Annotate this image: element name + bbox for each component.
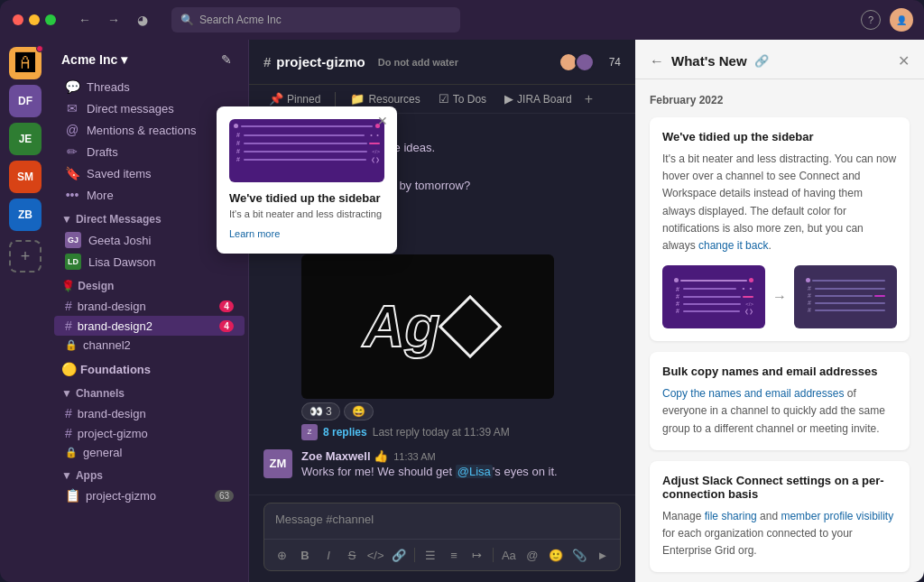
reaction-smile[interactable]: 😄 — [344, 402, 374, 420]
main-layout: 🅰 DF JE SM ZB + Acme Inc ▾ ✎ 💬 Threads ✉ — [0, 0, 924, 582]
add-toolbar-button[interactable]: + — [585, 91, 593, 107]
lock-icon-2: 🔒 — [65, 447, 78, 458]
resources-button[interactable]: 📁 Resources — [345, 90, 425, 107]
workspace-icon-acme[interactable]: 🅰 — [9, 47, 42, 79]
tooltip-close-button[interactable]: ✕ — [377, 114, 388, 128]
message-input[interactable] — [264, 503, 620, 535]
attach-button[interactable]: 📎 — [569, 543, 589, 567]
message-4: ZM Zoe Maxwell 👍 11:33 AM Works for me! … — [263, 446, 621, 485]
wn-content: February 2022 We've tidied up the sideba… — [635, 79, 924, 582]
wn-close-button[interactable]: ✕ — [898, 52, 910, 69]
todos-button[interactable]: ☑ To Dos — [433, 90, 492, 107]
link-button[interactable]: 🔗 — [389, 543, 409, 567]
design-section-header[interactable]: 🌹 Design — [51, 273, 248, 296]
compose-button[interactable]: ✎ — [216, 49, 237, 70]
indent-button[interactable]: ↦ — [467, 543, 487, 567]
workspace-sm[interactable]: SM — [9, 161, 42, 193]
channel-item-brand-design2[interactable]: # brand-design2 4 — [54, 316, 245, 336]
workspace-je[interactable]: JE — [9, 123, 42, 155]
header-actions: 74 — [562, 52, 621, 72]
dm-item-lisa[interactable]: LD Lisa Dawson — [54, 251, 245, 273]
text-size-button[interactable]: Aa — [499, 543, 519, 567]
send-button[interactable]: ► — [593, 543, 613, 567]
apps-section-header[interactable]: ▼ Apps — [51, 462, 248, 485]
sidebar-item-threads[interactable]: 💬 Threads — [54, 76, 245, 97]
close-window-button[interactable] — [13, 14, 23, 25]
msg-text-4: Works for me! We should get @Lisa's eyes… — [301, 463, 621, 481]
channel-item-project-gizmo[interactable]: # project-gizmo — [54, 423, 245, 443]
mention-lisa[interactable]: @Lisa — [456, 465, 493, 478]
channel-title: # project-gizmo Do not add water — [263, 54, 458, 69]
foundations-section[interactable]: 🟡 Foundations — [51, 355, 248, 380]
image-preview: Ag — [301, 254, 554, 399]
user-avatar[interactable]: 👤 — [890, 8, 913, 32]
member-count: 74 — [609, 56, 621, 69]
channel-item-channel2[interactable]: 🔒 channel2 — [54, 336, 245, 355]
change-back-link[interactable]: change it back — [698, 239, 768, 252]
numbered-list-button[interactable]: ≡ — [444, 543, 464, 567]
tooltip-learn-more-link[interactable]: Learn more — [229, 228, 280, 239]
hash-icon: # — [65, 299, 72, 313]
wn-link-icon[interactable]: 🔗 — [754, 54, 769, 68]
mention-button[interactable]: @ — [522, 543, 542, 567]
jira-button[interactable]: ▶ JIRA Board — [499, 90, 578, 107]
dm-avatar-lisa: LD — [65, 254, 81, 270]
todos-icon: ☑ — [439, 92, 449, 106]
italic-button[interactable]: I — [319, 543, 338, 567]
back-button[interactable]: ← — [74, 9, 96, 31]
more-icon: ••• — [65, 188, 79, 202]
drafts-icon: ✏ — [65, 144, 79, 159]
design-emoji: 🌹 Design — [61, 280, 114, 292]
wn-back-button[interactable]: ← — [650, 53, 664, 69]
tooltip-popup: ✕ # ⚬ ⚬ # — [217, 106, 397, 254]
file-sharing-link[interactable]: file sharing — [705, 510, 757, 522]
tooltip-title: We've tidied up the sidebar — [229, 191, 384, 205]
member-avatars — [562, 52, 595, 72]
wn-card-title-3: Adjust Slack Connect settings on a per-c… — [662, 474, 897, 501]
channels-chevron-icon: ▼ — [61, 387, 72, 400]
code-button[interactable]: </> — [365, 543, 385, 567]
reaction-eyes[interactable]: 👀 3 — [301, 402, 340, 420]
minimize-window-button[interactable] — [29, 14, 40, 25]
channels-section-header[interactable]: ▼ Channels — [51, 380, 248, 403]
channel-subtitle: Do not add water — [378, 57, 458, 68]
workspace-header[interactable]: Acme Inc ▾ ✎ — [51, 40, 248, 76]
forward-button[interactable]: → — [103, 9, 125, 31]
wn-card-text-1: It's a bit neater and less distracting. … — [662, 151, 897, 254]
copy-names-link[interactable]: Copy the names and email addresses — [662, 387, 844, 400]
history-button[interactable]: ◕ — [132, 9, 153, 31]
add-workspace-button[interactable]: + — [9, 240, 42, 273]
tooltip-text: It's a bit neater and less distracting — [229, 208, 384, 219]
navigation-controls: ← → ◕ — [74, 9, 153, 31]
channel-item-brand-design-3[interactable]: # brand-design — [54, 403, 245, 423]
whatsnew-panel: ← What's New 🔗 ✕ February 2022 We've tid… — [635, 40, 924, 582]
app-item-project-gizmo[interactable]: 📋 project-gizmo 63 — [54, 485, 245, 505]
pinned-button[interactable]: 📌 Pinned — [263, 90, 326, 107]
channel-item-general[interactable]: 🔒 general — [54, 443, 245, 462]
apps-chevron-icon: ▼ — [61, 469, 72, 482]
format-button[interactable]: ⊕ — [272, 543, 291, 567]
strikethrough-button[interactable]: S — [342, 543, 362, 567]
notification-dot — [36, 45, 43, 52]
wn-card-sidebar: We've tidied up the sidebar It's a bit n… — [650, 117, 910, 341]
pin-icon: 📌 — [269, 92, 283, 106]
threads-icon: 💬 — [65, 79, 79, 94]
hash-icon-2: # — [65, 319, 72, 333]
emoji-button[interactable]: 🙂 — [546, 543, 566, 567]
channel-item-brand-design[interactable]: # brand-design 4 — [54, 296, 245, 316]
help-button[interactable]: ? — [861, 10, 881, 30]
workspace-df[interactable]: DF — [9, 85, 42, 117]
hash-icon-4: # — [65, 426, 72, 440]
workspace-zb[interactable]: ZB — [9, 199, 42, 231]
search-bar[interactable]: 🔍 Search Acme Inc — [171, 7, 460, 32]
bold-button[interactable]: B — [295, 543, 315, 567]
window-chrome: ← → ◕ 🔍 Search Acme Inc ? 👤 — [0, 0, 924, 40]
reply-thread[interactable]: Z 8 replies Last reply today at 11:39 AM — [301, 424, 621, 440]
member-profile-link[interactable]: member profile visibility — [781, 510, 893, 522]
dm-avatar-geeta: GJ — [65, 232, 81, 248]
maximize-window-button[interactable] — [45, 14, 56, 25]
app-icon: 📋 — [65, 488, 80, 503]
reply-avatar: Z — [301, 424, 318, 440]
msg-content-4: Zoe Maxwell 👍 11:33 AM Works for me! We … — [301, 449, 621, 481]
bullet-list-button[interactable]: ☰ — [420, 543, 440, 567]
